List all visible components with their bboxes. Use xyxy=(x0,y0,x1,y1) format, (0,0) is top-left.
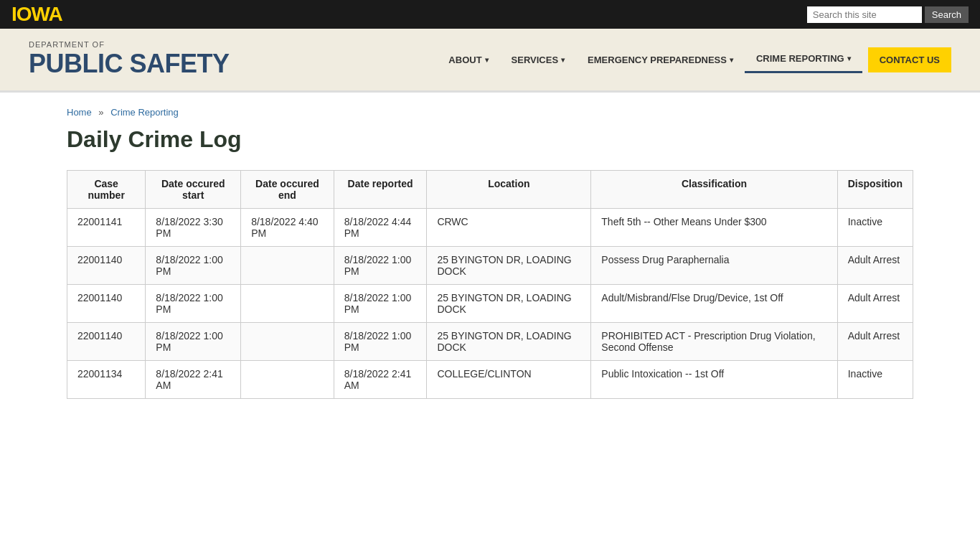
table-cell: Adult Arrest xyxy=(837,323,913,361)
table-header-row: Case number Date occured start Date occu… xyxy=(67,171,913,209)
col-case-number: Case number xyxy=(67,171,146,209)
table-cell: 8/18/2022 2:41 AM xyxy=(334,361,427,399)
table-cell: 25 BYINGTON DR, LOADING DOCK xyxy=(427,323,591,361)
search-button[interactable]: Search xyxy=(925,6,969,23)
table-cell: 8/18/2022 2:41 AM xyxy=(146,361,241,399)
col-date-reported: Date reported xyxy=(334,171,427,209)
table-cell: Inactive xyxy=(837,361,913,399)
table-row: 220011348/18/2022 2:41 AM8/18/2022 2:41 … xyxy=(67,361,913,399)
table-cell xyxy=(241,247,334,285)
col-disposition: Disposition xyxy=(837,171,913,209)
col-date-start: Date occured start xyxy=(146,171,241,209)
table-cell: Possess Drug Paraphernalia xyxy=(591,247,837,285)
search-input[interactable] xyxy=(807,6,922,23)
table-cell: 8/18/2022 1:00 PM xyxy=(146,247,241,285)
breadcrumb-home[interactable]: Home xyxy=(67,107,92,118)
table-cell: Public Intoxication -- 1st Off xyxy=(591,361,837,399)
main-content: Home » Crime Reporting Daily Crime Log C… xyxy=(38,93,942,428)
col-location: Location xyxy=(427,171,591,209)
nav-emergency-preparedness[interactable]: EMERGENCY PREPAREDNESS ▾ xyxy=(576,47,745,72)
breadcrumb-separator: » xyxy=(98,107,103,118)
table-cell: CRWC xyxy=(427,209,591,247)
nav-services[interactable]: SERVICES ▾ xyxy=(500,47,577,72)
chevron-down-icon: ▾ xyxy=(730,56,733,64)
table-cell: 22001141 xyxy=(67,209,146,247)
iowa-logo[interactable]: IOWA xyxy=(11,3,62,26)
table-row: 220011408/18/2022 1:00 PM8/18/2022 1:00 … xyxy=(67,285,913,323)
main-nav: ABOUT ▾ SERVICES ▾ EMERGENCY PREPAREDNES… xyxy=(437,46,951,73)
table-cell: 8/18/2022 4:44 PM xyxy=(334,209,427,247)
table-cell: Inactive xyxy=(837,209,913,247)
table-cell: Adult/Misbrand/Flse Drug/Device, 1st Off xyxy=(591,285,837,323)
table-cell xyxy=(241,323,334,361)
table-cell: 8/18/2022 1:00 PM xyxy=(146,285,241,323)
chevron-down-icon: ▾ xyxy=(561,56,565,64)
dept-title: PUBLIC SAFETY xyxy=(29,49,230,79)
nav-crime-reporting[interactable]: CRIME REPORTING ▾ xyxy=(745,46,862,73)
search-area: Search xyxy=(807,6,969,23)
chevron-down-icon: ▾ xyxy=(485,56,489,64)
breadcrumb-current[interactable]: Crime Reporting xyxy=(110,107,179,118)
table-cell: 8/18/2022 1:00 PM xyxy=(334,323,427,361)
department-name: DEPARTMENT OF PUBLIC SAFETY xyxy=(29,40,230,79)
table-cell: Adult Arrest xyxy=(837,247,913,285)
table-cell: 25 BYINGTON DR, LOADING DOCK xyxy=(427,247,591,285)
table-row: 220011408/18/2022 1:00 PM8/18/2022 1:00 … xyxy=(67,247,913,285)
col-date-end: Date occured end xyxy=(241,171,334,209)
table-cell: 22001140 xyxy=(67,285,146,323)
top-bar: IOWA Search xyxy=(0,0,980,29)
nav-about[interactable]: ABOUT ▾ xyxy=(437,47,499,72)
table-row: 220011418/18/2022 3:30 PM8/18/2022 4:40 … xyxy=(67,209,913,247)
page-title: Daily Crime Log xyxy=(67,126,913,153)
table-cell xyxy=(241,361,334,399)
table-cell: 8/18/2022 4:40 PM xyxy=(241,209,334,247)
table-cell: 8/18/2022 3:30 PM xyxy=(146,209,241,247)
table-cell: 8/18/2022 1:00 PM xyxy=(334,247,427,285)
table-cell: Theft 5th -- Other Means Under $300 xyxy=(591,209,837,247)
crime-table: Case number Date occured start Date occu… xyxy=(67,170,913,399)
site-header: DEPARTMENT OF PUBLIC SAFETY ABOUT ▾ SERV… xyxy=(0,29,980,93)
table-cell: COLLEGE/CLINTON xyxy=(427,361,591,399)
table-cell: 22001140 xyxy=(67,323,146,361)
table-cell: PROHIBITED ACT - Prescription Drug Viola… xyxy=(591,323,837,361)
table-cell: 8/18/2022 1:00 PM xyxy=(146,323,241,361)
table-cell: 8/18/2022 1:00 PM xyxy=(334,285,427,323)
col-classification: Classification xyxy=(591,171,837,209)
table-cell: Adult Arrest xyxy=(837,285,913,323)
nav-contact-us[interactable]: CONTACT US xyxy=(868,47,951,72)
table-cell: 25 BYINGTON DR, LOADING DOCK xyxy=(427,285,591,323)
table-cell: 22001134 xyxy=(67,361,146,399)
breadcrumb: Home » Crime Reporting xyxy=(67,107,913,118)
dept-of-label: DEPARTMENT OF xyxy=(29,40,230,49)
table-row: 220011408/18/2022 1:00 PM8/18/2022 1:00 … xyxy=(67,323,913,361)
chevron-down-icon: ▾ xyxy=(847,55,851,62)
table-cell: 22001140 xyxy=(67,247,146,285)
table-cell xyxy=(241,285,334,323)
